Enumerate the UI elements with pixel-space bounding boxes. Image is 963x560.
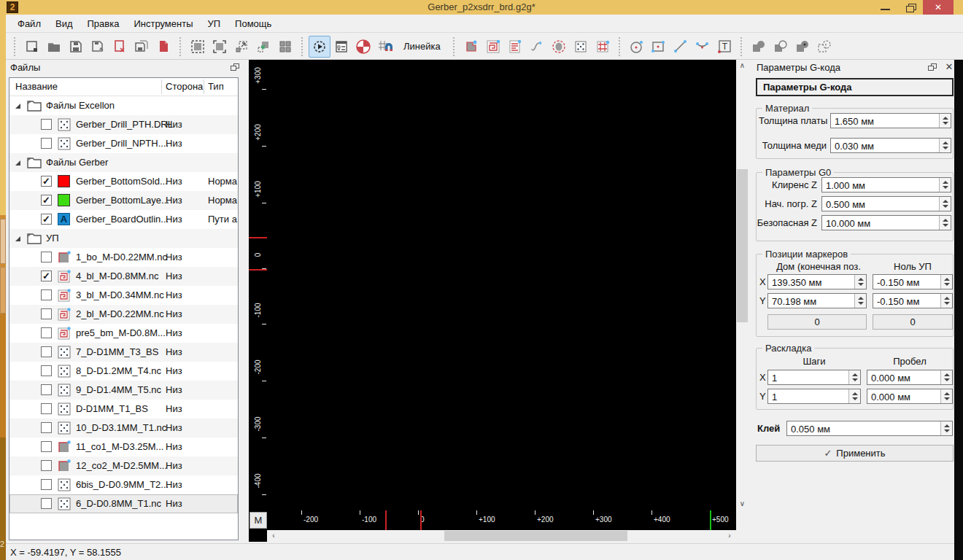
fit-selection-button[interactable] <box>187 36 209 58</box>
tree-file-row[interactable]: D-D1MM_T1_BSНиз <box>9 400 238 419</box>
tree-file-row[interactable]: ✓Gerber_BottomLaye...НизНорма... <box>9 191 238 210</box>
menu-edit[interactable]: Правка <box>80 16 127 31</box>
tree-file-row[interactable]: 7_D-D1MM_T3_BSНиз <box>9 343 238 362</box>
project-form-button[interactable] <box>330 36 352 58</box>
tree-file-row[interactable]: 8_D-D1.2MM_T4.ncНиз <box>9 362 238 381</box>
copper-thickness-field[interactable]: 0.030 мм <box>830 138 951 153</box>
save-all-button[interactable] <box>131 36 152 58</box>
spinner-buttons[interactable] <box>940 421 952 435</box>
zoom-extents-button[interactable] <box>231 36 252 58</box>
mill-pocket-button[interactable] <box>548 36 570 58</box>
draw-circle-button[interactable] <box>626 36 648 58</box>
import-file-button[interactable] <box>152 36 174 58</box>
column-header-name[interactable]: Название <box>15 81 58 92</box>
file-checkbox[interactable]: ✓ <box>41 195 52 206</box>
file-checkbox[interactable] <box>41 252 52 262</box>
new-file-button[interactable] <box>21 36 43 58</box>
bool-select-button[interactable] <box>813 36 835 58</box>
steps-y-field[interactable]: 1 <box>767 389 861 404</box>
tree-file-row[interactable]: 11_co1_M-D3.25M...Низ <box>9 438 238 456</box>
column-header-side[interactable]: Сторона <box>166 81 203 92</box>
steps-x-field[interactable]: 1 <box>767 370 861 385</box>
gap-x-field[interactable]: 0.000 мм <box>867 370 953 385</box>
tree-file-row[interactable]: Gerber_Drill_PTH.DRLНиз <box>9 115 238 134</box>
spinner-buttons[interactable] <box>940 294 952 308</box>
gcode-params-tab[interactable]: Параметры G-кода <box>756 78 954 96</box>
expander-icon[interactable] <box>15 104 20 109</box>
close-file-button[interactable] <box>109 36 131 58</box>
save-file-button[interactable] <box>65 36 87 58</box>
mill-contour-button[interactable] <box>460 36 482 58</box>
snap-magnet-button[interactable] <box>374 36 396 58</box>
tree-file-row[interactable]: 1_bo_M-D0.22MM.ncНиз <box>9 248 238 267</box>
tree-folder-row[interactable]: Файлы Excellon <box>9 96 238 115</box>
file-checkbox[interactable] <box>41 384 52 395</box>
file-checkbox[interactable] <box>41 346 52 357</box>
menu-view[interactable]: Вид <box>48 16 80 31</box>
menu-nc[interactable]: УП <box>200 16 228 31</box>
vertical-scroll-thumb[interactable] <box>737 169 748 322</box>
measure-units-button[interactable]: M <box>250 512 267 529</box>
spinner-buttons[interactable] <box>939 178 951 192</box>
tree-file-row[interactable]: 10_D-D3.1MM_T1.ncНиз <box>9 419 238 438</box>
file-checkbox[interactable]: ✓ <box>41 176 52 187</box>
tree-file-row[interactable]: 12_co2_M-D2.5MM...Низ <box>9 456 238 475</box>
scroll-left-arrow[interactable]: ‹ <box>268 530 279 542</box>
board-thickness-field[interactable]: 1.650 мм <box>830 113 951 128</box>
file-checkbox[interactable] <box>41 422 52 433</box>
file-checkbox[interactable] <box>41 403 52 414</box>
spinner-buttons[interactable] <box>939 139 951 152</box>
expander-icon[interactable] <box>15 236 20 241</box>
close-button[interactable]: ✕ <box>923 0 954 15</box>
spinner-buttons[interactable] <box>939 216 951 230</box>
mill-hatch-button[interactable] <box>592 36 614 58</box>
spinner-buttons[interactable] <box>940 389 952 403</box>
tree-file-row[interactable]: ✓AGerber_BoardOutlin...НизПути а... <box>9 210 238 229</box>
file-checkbox[interactable] <box>41 138 52 149</box>
menu-help[interactable]: Помощь <box>228 16 279 31</box>
file-checkbox[interactable] <box>41 327 52 338</box>
zoom-selection-button[interactable] <box>252 36 274 58</box>
column-header-type[interactable]: Тип <box>208 81 224 92</box>
drill-marks-button[interactable] <box>570 36 592 58</box>
home-reset-button[interactable]: 0 <box>767 314 867 330</box>
scroll-up-arrow[interactable]: ∧ <box>736 60 749 72</box>
tree-file-row[interactable]: 2_bl_M-D0.22MM.ncНиз <box>9 305 238 324</box>
tile-view-button[interactable] <box>274 36 296 58</box>
gap-y-field[interactable]: 0.000 мм <box>867 389 953 404</box>
spinner-buttons[interactable] <box>940 370 952 384</box>
tree-folder-row[interactable]: УП <box>9 229 238 248</box>
spinner-buttons[interactable] <box>939 114 951 128</box>
menu-file[interactable]: Файл <box>10 16 48 31</box>
bool-subtract-button[interactable] <box>770 36 792 58</box>
tree-file-row[interactable]: 6_D-D0.8MM_T1.ncНиз <box>9 494 238 513</box>
vertical-scrollbar[interactable]: ∧ ∨ <box>736 60 749 510</box>
open-file-button[interactable] <box>43 36 65 58</box>
save-as-button[interactable] <box>87 36 109 58</box>
menu-tools[interactable]: Инструменты <box>126 16 200 31</box>
fit-all-button[interactable] <box>209 36 231 58</box>
zero-reset-button[interactable]: 0 <box>873 314 953 330</box>
spinner-buttons[interactable] <box>854 275 866 289</box>
optimize-path-button[interactable] <box>526 36 548 58</box>
origin-marker-button[interactable] <box>352 36 374 58</box>
tree-file-row[interactable]: pre5_bm_M-D0.8M...Низ <box>9 324 238 343</box>
scroll-down-arrow[interactable]: ∨ <box>736 498 749 510</box>
file-checkbox[interactable] <box>41 460 52 471</box>
tree-file-row[interactable]: 9_D-D1.4MM_T5.ncНиз <box>9 381 238 400</box>
file-checkbox[interactable]: ✓ <box>41 214 52 225</box>
draw-arc-button[interactable] <box>692 36 713 58</box>
tree-file-row[interactable]: 6bis_D-D0.9MM_T2...Низ <box>9 475 238 494</box>
gcode-panel-close-icon[interactable]: ✕ <box>943 61 955 73</box>
clearance-z-field[interactable]: 1.000 мм <box>821 177 951 192</box>
bool-combine-button[interactable] <box>792 36 813 58</box>
tree-file-row[interactable]: Gerber_Drill_NPTH....Низ <box>9 134 238 153</box>
tree-file-row[interactable]: ✓Gerber_BottomSold...НизНорма... <box>9 172 238 191</box>
file-checkbox[interactable] <box>41 365 52 376</box>
start-z-field[interactable]: 0.500 мм <box>821 196 951 211</box>
file-checkbox[interactable] <box>41 308 52 319</box>
bool-union-button[interactable] <box>748 36 770 58</box>
file-checkbox[interactable] <box>41 441 52 452</box>
scroll-right-arrow[interactable]: › <box>724 530 735 542</box>
horizontal-scroll-thumb[interactable] <box>444 531 627 541</box>
